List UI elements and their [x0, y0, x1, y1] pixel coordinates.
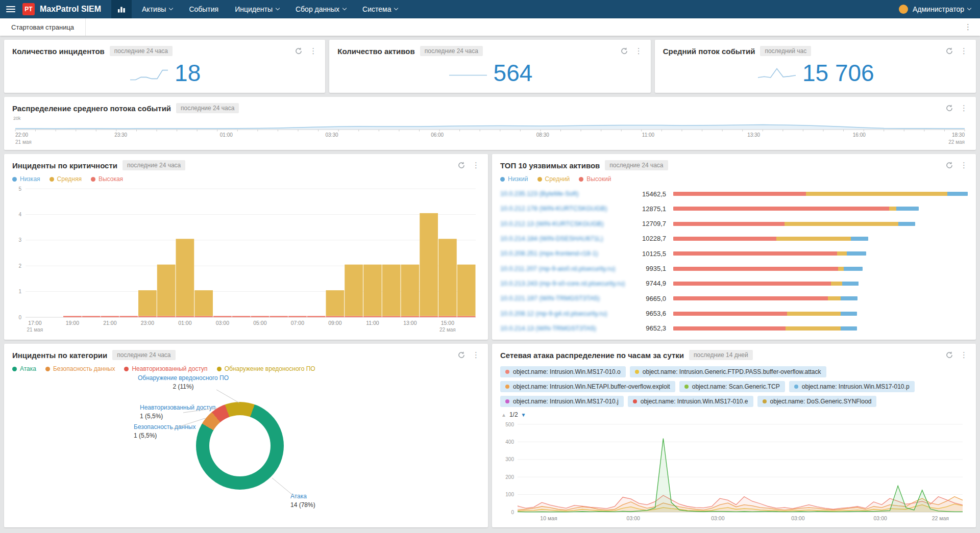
nav-item-3[interactable]: Инциденты: [227, 0, 287, 18]
bar-segment-blue: [844, 267, 863, 271]
callout-label[interactable]: Безопасность данных: [134, 423, 195, 431]
bar-segment-red: [673, 251, 837, 256]
asset-row: 10.0.213.243 (mp-9-s0-core.rd.ptsecurity…: [500, 277, 968, 290]
asset-bar-track: [673, 267, 968, 271]
series-chip-5[interactable]: object.name: Intrusion.Win.MS17-010.p: [789, 381, 915, 392]
kebab-menu-icon[interactable]: ⋮: [309, 46, 317, 56]
series-chip-1[interactable]: object.name: Intrusion.Win.MS17-010.o: [500, 366, 626, 377]
asset-bar-track: [673, 222, 968, 226]
card-head: Распределение среднего потока событийпос…: [12, 102, 968, 114]
chip-pager: ▲ 1/2 ▼: [501, 411, 968, 418]
assets-legend-item[interactable]: Средний: [537, 175, 570, 183]
card-eps-distribution: Распределение среднего потока событийпос…: [4, 97, 976, 150]
nav-item-2[interactable]: События: [181, 0, 227, 18]
nav-item-4[interactable]: Сбор данных: [287, 0, 354, 18]
asset-row: 10.0.212.178 (WIN-KURTCSKGUGB)12875,1: [500, 202, 968, 215]
categories-legend-item[interactable]: Обнаружение вредоносного ПО: [217, 365, 315, 372]
tab-start-page[interactable]: Стартовая страница: [0, 18, 86, 36]
refresh-button[interactable]: [621, 47, 628, 55]
series-chip-label: object.name: Scan.Generic.TCP: [692, 383, 780, 390]
categories-legend-item[interactable]: Неавторизованный доступ: [124, 365, 207, 372]
svg-text:01:00: 01:00: [178, 320, 191, 326]
asset-link[interactable]: 10.0.211.207 (mp-9-aio0.rd.ptsecurity.ru…: [500, 265, 630, 272]
series-dot: [633, 399, 637, 403]
asset-stacked-bar: [673, 326, 857, 331]
asset-value: 9653,6: [630, 310, 673, 317]
nav-item-1[interactable]: Активы: [134, 0, 181, 18]
nav-item-5[interactable]: Система: [354, 0, 406, 18]
refresh-button[interactable]: [946, 351, 953, 359]
asset-row: 10.0.212.13 (WIN-KURTCSKGUGB)12709,7: [500, 218, 968, 230]
legend-dot: [91, 177, 95, 182]
card-title: Количество инцидентов: [12, 47, 105, 56]
asset-link[interactable]: 10.0.208.251 (mpx-frontend-r18-1): [500, 250, 630, 257]
assets-legend-item[interactable]: Высокий: [579, 175, 611, 183]
network-line-chart: 010020030040050010 мая03:0003:0003:0003:…: [500, 420, 968, 524]
callout-label[interactable]: Неавторизованный доступ: [140, 404, 215, 412]
refresh-button[interactable]: [458, 162, 465, 169]
kebab-menu-icon[interactable]: ⋮: [960, 161, 968, 170]
asset-link[interactable]: 10.0.212.178 (WIN-KURTCSKGUGB): [500, 205, 630, 212]
kebab-menu-icon[interactable]: ⋮: [635, 46, 643, 56]
kpi-value: 15 706: [802, 63, 874, 84]
asset-link[interactable]: 10.0.213.243 (mp-9-s0-core.rd.ptsecurity…: [500, 280, 630, 287]
assets-legend-item[interactable]: Низкий: [500, 175, 528, 183]
asset-link[interactable]: 10.0.208.12 (mp-9-g4.rd.ptsecurity.ru): [500, 310, 630, 317]
asset-link[interactable]: 10.0.212.13 (WIN-KURTCSKGUGB): [500, 220, 630, 227]
user-avatar[interactable]: [899, 5, 908, 14]
legend-dot: [45, 367, 50, 371]
pager-down-icon[interactable]: ▼: [521, 412, 526, 418]
categories-legend: АтакаБезопасность данныхНеавторизованный…: [12, 365, 480, 372]
series-chip-8[interactable]: object.name: DoS.Generic.SYNFlood: [757, 396, 877, 407]
series-chip-6[interactable]: object.name: Intrusion.Win.MS17-010.j: [500, 396, 624, 407]
series-chip-4[interactable]: object.name: Scan.Generic.TCP: [679, 381, 785, 392]
svg-text:03:00: 03:00: [216, 320, 229, 326]
refresh-button[interactable]: [946, 47, 953, 55]
chevron-down-icon: [394, 6, 398, 10]
kebab-menu-icon[interactable]: ⋮: [960, 46, 968, 56]
asset-row: 10.0.214.184 (WIN-DSESHAU671L)10228,7: [500, 233, 968, 245]
pager-up-icon[interactable]: ▲: [501, 412, 506, 418]
kebab-menu-icon[interactable]: ⋮: [960, 350, 968, 360]
svg-text:03:00: 03:00: [711, 515, 724, 521]
asset-link[interactable]: 10.0.214.13 (WIN-TRMGST3TA5): [500, 325, 630, 332]
refresh-icon: [946, 351, 953, 359]
callout-value: 1 (5,5%): [140, 413, 215, 420]
categories-legend-item[interactable]: Безопасность данных: [45, 365, 115, 372]
categories-legend-item[interactable]: Атака: [12, 365, 36, 372]
user-menu[interactable]: Администратор: [913, 5, 971, 13]
callout-label[interactable]: Атака: [290, 493, 315, 500]
asset-value: 10125,5: [630, 250, 673, 258]
asset-link[interactable]: 10.0.221.197 (WIN-TRMGST3TA5): [500, 295, 630, 302]
asset-link[interactable]: 10.0.235.123 (ByteMe-Soft): [500, 190, 630, 197]
card-head: Инциденты по критичностипоследние 24 час…: [12, 159, 480, 171]
pt-logo[interactable]: PT: [22, 3, 35, 15]
nav-item-label: Система: [362, 5, 391, 13]
kebab-menu-icon[interactable]: ⋮: [472, 161, 480, 170]
kebab-menu-icon[interactable]: ⋮: [472, 350, 480, 360]
hamburger-menu-icon[interactable]: [6, 6, 15, 12]
refresh-button[interactable]: [946, 162, 953, 169]
kebab-menu-icon[interactable]: ⋮: [960, 104, 968, 113]
svg-text:03:00: 03:00: [791, 515, 804, 521]
asset-link[interactable]: 10.0.214.184 (WIN-DSESHAU671L): [500, 235, 630, 242]
app-brand: MaxPatrol SIEM: [40, 5, 101, 14]
series-chip-7[interactable]: object.name: Intrusion.Win.MS17-010.e: [628, 396, 753, 407]
refresh-button[interactable]: [946, 105, 953, 112]
series-chip-2[interactable]: object.name: Intrusion.Generic.FTPD.PASS…: [630, 366, 826, 377]
refresh-icon: [946, 47, 953, 55]
dashboard-icon-tile[interactable]: [111, 0, 132, 18]
card-title: Распределение среднего потока событий: [12, 104, 171, 113]
refresh-button[interactable]: [295, 47, 302, 55]
asset-bar-track: [673, 296, 968, 300]
series-chip-3[interactable]: object.name: Intrusion.Win.NETAPI.buffer…: [500, 381, 675, 392]
tabbar-kebab-icon[interactable]: ⋮: [956, 18, 980, 36]
severity-legend-item[interactable]: Низкая: [12, 175, 40, 183]
refresh-button[interactable]: [458, 351, 465, 359]
callout-label[interactable]: Обнаружение вредоносного ПО: [117, 374, 250, 382]
asset-bar-track: [673, 192, 968, 196]
legend-label: Низкая: [20, 175, 40, 183]
severity-legend-item[interactable]: Средняя: [50, 175, 82, 183]
bar-segment-blue: [841, 312, 857, 316]
severity-legend-item[interactable]: Высокая: [91, 175, 123, 183]
